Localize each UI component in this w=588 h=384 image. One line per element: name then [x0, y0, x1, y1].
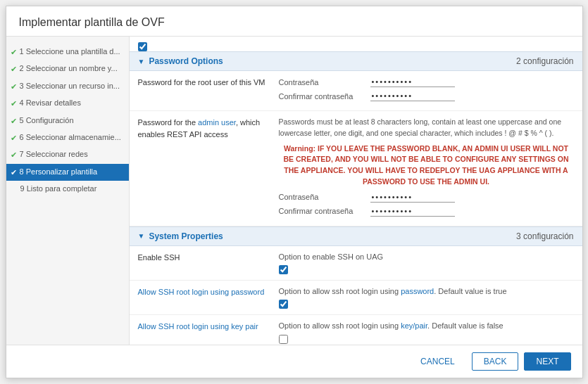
ssh-key-pair-value: Option to allow ssh root login using key…	[279, 321, 574, 343]
sidebar-item-label-step4: 4 Revisar detalles	[20, 98, 81, 108]
check-icon-step7: ✔	[11, 150, 17, 160]
next-button[interactable]: NEXT	[524, 352, 570, 371]
ssh-key-pair-row: Allow SSH root login using key pair Opti…	[130, 315, 582, 345]
sidebar-item-step5[interactable]: ✔5 Configuración	[6, 113, 129, 129]
sidebar-item-step2[interactable]: ✔2 Seleccionar un nombre y...	[6, 60, 129, 77]
sidebar-item-label-step3: 3 Seleccionar un recurso in...	[20, 81, 120, 91]
system-properties-toggle[interactable]: ▼	[138, 232, 145, 240]
ssh-key-pair-option: Option to allow ssh root login using key…	[279, 321, 574, 331]
section-password-options: ▼ Password Options 2 configuración	[130, 51, 582, 71]
ssh-root-login-link[interactable]: Allow SSH root login using password	[138, 288, 265, 296]
sidebar-item-label-step1: 1 Seleccione una plantilla d...	[20, 46, 120, 57]
cancel-button[interactable]: CANCEL	[409, 353, 466, 370]
ssh-root-login-label: Allow SSH root login using password	[138, 286, 279, 298]
dialog-title: Implementar plantilla de OVF	[6, 6, 582, 37]
check-icon-step1: ✔	[11, 47, 17, 58]
enable-ssh-row: Enable SSH Option to enable SSH on UAG	[130, 246, 582, 281]
back-button[interactable]: BACK	[472, 352, 519, 371]
ssh-root-login-option: Option to allow ssh root login using pas…	[279, 286, 574, 297]
main-content: ▼ Password Options 2 configuración Passw…	[130, 37, 582, 345]
admin-password-input[interactable]	[370, 192, 455, 203]
enable-ssh-checkbox-row	[279, 265, 574, 274]
check-icon-step8: ✔	[11, 167, 17, 178]
root-password-field-row: Contraseña	[279, 77, 574, 87]
admin-password-value: Passwords must be at least 8 characters …	[279, 117, 574, 220]
sidebar-item-label-step6: 6 Seleccionar almacenamie...	[20, 132, 121, 143]
sidebar-item-step8[interactable]: ✔8 Personalizar plantilla	[6, 164, 129, 181]
system-properties-title: System Properties	[149, 231, 516, 241]
check-icon-step4: ✔	[11, 98, 17, 109]
sidebar-item-label-step8: 8 Personalizar plantilla	[20, 167, 98, 177]
check-icon-step2: ✔	[11, 64, 17, 75]
ssh-key-pair-checkbox-row	[279, 335, 574, 344]
sidebar-item-label-step7: 7 Seleccionar redes	[20, 149, 88, 160]
sidebar-item-label-step2: 2 Seleccionar un nombre y...	[20, 63, 118, 74]
root-confirm-field-row: Confirmar contraseña	[279, 91, 574, 101]
sidebar: ✔1 Seleccione una plantilla d...✔2 Selec…	[6, 37, 130, 345]
admin-password-hint: Passwords must be at least 8 characters …	[279, 117, 574, 139]
password-options-toggle[interactable]: ▼	[138, 58, 145, 65]
dialog-footer: CANCEL BACK NEXT	[6, 345, 582, 378]
admin-confirm-input[interactable]	[370, 206, 455, 217]
enable-ssh-label: Enable SSH	[138, 252, 279, 264]
ssh-root-login-value: Option to allow ssh root login using pas…	[279, 286, 574, 309]
sidebar-item-label-step9: 9 Listo para completar	[20, 184, 97, 194]
admin-confirm-field-label: Confirmar contraseña	[279, 207, 370, 215]
dialog: Implementar plantilla de OVF ✔1 Seleccio…	[6, 6, 583, 378]
sidebar-item-step1[interactable]: ✔1 Seleccione una plantilla d...	[6, 44, 129, 60]
admin-password-label: Password for the admin user, which enabl…	[138, 117, 279, 140]
root-password-input[interactable]	[370, 77, 455, 87]
check-icon-step5: ✔	[11, 116, 17, 127]
section-system-properties: ▼ System Properties 3 configuración	[130, 226, 582, 246]
root-password-label: Password for the root user of this VM	[138, 77, 279, 89]
ssh-root-login-checkbox-row	[279, 300, 574, 309]
ssh-key-pair-link[interactable]: Allow SSH root login using key pair	[138, 322, 258, 331]
password-options-title: Password Options	[149, 56, 516, 66]
system-properties-count: 3 configuración	[516, 231, 573, 241]
admin-password-field-label: Contraseña	[279, 193, 370, 201]
root-password-row: Password for the root user of this VM Co…	[130, 71, 582, 111]
top-checkbox[interactable]	[138, 42, 147, 51]
enable-ssh-option: Option to enable SSH on UAG	[279, 252, 574, 262]
check-icon-step6: ✔	[11, 133, 17, 143]
admin-password-field-row: Contraseña	[279, 192, 574, 203]
sidebar-item-step7[interactable]: ✔7 Seleccionar redes	[6, 146, 129, 163]
enable-ssh-checkbox[interactable]	[279, 265, 288, 274]
check-icon-step3: ✔	[11, 82, 17, 92]
password-options-count: 2 configuración	[516, 56, 573, 66]
sidebar-item-step4[interactable]: ✔4 Revisar detalles	[6, 95, 129, 112]
dialog-body: ✔1 Seleccione una plantilla d...✔2 Selec…	[6, 37, 582, 345]
root-password-field-label: Contraseña	[279, 78, 370, 87]
enable-ssh-value: Option to enable SSH on UAG	[279, 252, 574, 274]
root-password-value: Contraseña Confirmar contraseña	[279, 77, 574, 105]
admin-password-warning: Warning: IF YOU LEAVE THE PASSWORD BLANK…	[279, 143, 574, 188]
admin-confirm-field-row: Confirmar contraseña	[279, 206, 574, 217]
ssh-key-pair-checkbox[interactable]	[279, 335, 288, 344]
sidebar-item-label-step5: 5 Configuración	[20, 115, 74, 126]
root-confirm-input[interactable]	[370, 91, 455, 101]
ssh-key-pair-label: Allow SSH root login using key pair	[138, 321, 279, 333]
admin-user-link[interactable]: admin user	[198, 118, 236, 127]
root-confirm-field-label: Confirmar contraseña	[279, 92, 370, 101]
ssh-root-login-checkbox[interactable]	[279, 300, 288, 309]
sidebar-item-step6[interactable]: ✔6 Seleccionar almacenamie...	[6, 129, 129, 146]
ssh-root-login-row: Allow SSH root login using password Opti…	[130, 281, 582, 315]
sidebar-item-step3[interactable]: ✔3 Seleccionar un recurso in...	[6, 78, 129, 95]
admin-password-row: Password for the admin user, which enabl…	[130, 111, 582, 226]
sidebar-item-step9[interactable]: 9 Listo para completar	[6, 181, 129, 197]
